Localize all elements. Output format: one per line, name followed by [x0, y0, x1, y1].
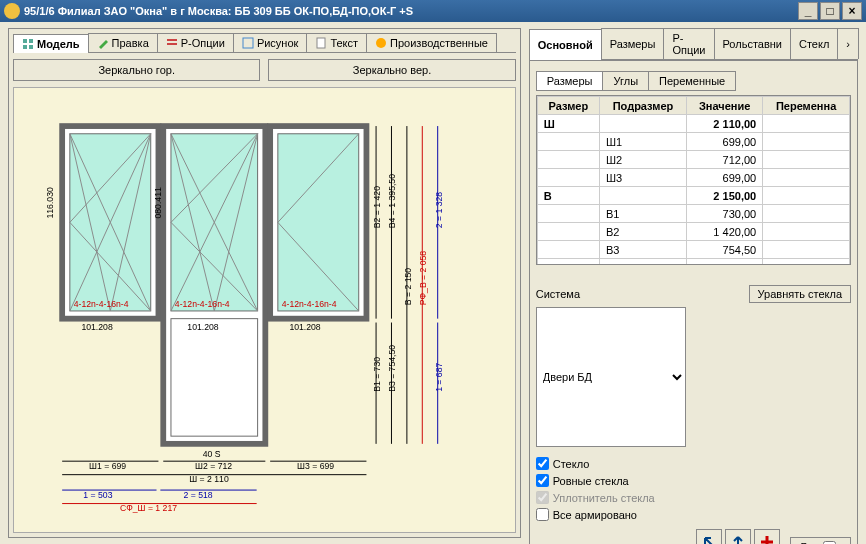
system-select[interactable]: Двери БД: [536, 307, 686, 447]
svg-text:1 = 503: 1 = 503: [83, 490, 112, 500]
drawing-canvas[interactable]: 4-12n-4-16n-4 101.208 116.030 4-12n-4-16…: [13, 87, 516, 533]
check-seal: Уплотнитель стекла: [536, 491, 851, 504]
titlebar: 95/1/6 Филиал ЗАО "Окна" в г Москва: ББ …: [0, 0, 866, 22]
right-tabbar: Основной Размеры Р-Опции Рольставни Стек…: [529, 28, 858, 60]
prod-icon: [375, 37, 387, 49]
bottom-toolbar: Все Отмена OK: [536, 521, 851, 544]
svg-text:В = 2 150: В = 2 150: [403, 268, 413, 305]
svg-text:В4 = 1 395,50: В4 = 1 395,50: [387, 174, 397, 228]
svg-text:080.411: 080.411: [153, 187, 163, 218]
tab-label: Модель: [37, 38, 80, 50]
minimize-button[interactable]: _: [798, 2, 818, 20]
table-row[interactable]: В41 395,50: [537, 259, 849, 266]
arrow-nw-icon[interactable]: [696, 529, 722, 544]
tab-label: Р-Опции: [181, 37, 225, 49]
tab-main[interactable]: Основной: [529, 29, 602, 60]
tab-r-options[interactable]: Р-Опции: [663, 28, 714, 59]
svg-text:2 = 518: 2 = 518: [183, 490, 212, 500]
level-glass-button[interactable]: Уравнять стекла: [749, 285, 851, 303]
profile-label: 101.208: [81, 322, 112, 332]
svg-rect-0: [23, 39, 27, 43]
system-label: Система: [536, 288, 580, 300]
options-group: Стекло Ровные стекла Уплотнитель стекла …: [536, 457, 851, 521]
svg-rect-6: [243, 38, 253, 48]
tab-glass[interactable]: Стекл: [790, 28, 838, 59]
tab-edit[interactable]: Правка: [88, 33, 158, 52]
svg-rect-5: [167, 43, 177, 45]
subtab-vars[interactable]: Переменные: [648, 71, 736, 91]
svg-text:1 = 687: 1 = 687: [434, 363, 444, 392]
svg-text:101.208: 101.208: [289, 322, 320, 332]
table-row[interactable]: В2 150,00: [537, 187, 849, 205]
tab-label: Рисунок: [257, 37, 299, 49]
svg-rect-4: [167, 39, 177, 41]
subtab-sizes[interactable]: Размеры: [536, 71, 604, 91]
subtab-angles[interactable]: Углы: [602, 71, 649, 91]
table-row[interactable]: В3754,50: [537, 241, 849, 259]
svg-text:Ш2 = 712: Ш2 = 712: [195, 461, 232, 471]
center-label: 40 S: [203, 449, 221, 459]
col-value[interactable]: Значение: [687, 97, 763, 115]
svg-text:4-12n-4-16n-4: 4-12n-4-16n-4: [175, 299, 230, 309]
svg-rect-3: [29, 45, 33, 49]
svg-text:В3 = 754,50: В3 = 754,50: [387, 345, 397, 392]
maximize-button[interactable]: □: [820, 2, 840, 20]
svg-rect-2: [23, 45, 27, 49]
window-title: 95/1/6 Филиал ЗАО "Окна" в г Москва: ББ …: [24, 5, 413, 17]
mirror-h-button[interactable]: Зеркально гор.: [13, 59, 260, 81]
left-pane: Модель Правка Р-Опции Рисунок Текст Прои…: [8, 28, 521, 538]
tab-production[interactable]: Производственные: [366, 33, 497, 52]
arrow-up-icon[interactable]: [725, 529, 751, 544]
text-icon: [315, 37, 327, 49]
tab-sizes[interactable]: Размеры: [601, 28, 665, 59]
svg-rect-7: [317, 38, 325, 48]
left-tabbar: Модель Правка Р-Опции Рисунок Текст Прои…: [13, 33, 516, 53]
close-button[interactable]: ×: [842, 2, 862, 20]
svg-point-8: [376, 38, 386, 48]
tab-model[interactable]: Модель: [13, 34, 89, 53]
svg-rect-31: [278, 134, 359, 311]
svg-text:Ш1 = 699: Ш1 = 699: [89, 461, 126, 471]
svg-text:101.208: 101.208: [187, 322, 218, 332]
svg-text:РФ_В = 2 058: РФ_В = 2 058: [418, 251, 428, 306]
svg-rect-27: [171, 319, 258, 436]
tab-shutters[interactable]: Рольставни: [714, 28, 791, 59]
table-row[interactable]: В21 420,00: [537, 223, 849, 241]
table-row[interactable]: Ш2712,00: [537, 151, 849, 169]
tab-options[interactable]: Р-Опции: [157, 33, 234, 52]
glass-label: 4-12n-4-16n-4: [74, 299, 129, 309]
table-row[interactable]: Ш1699,00: [537, 133, 849, 151]
table-row[interactable]: Ш3699,00: [537, 169, 849, 187]
svg-rect-1: [29, 39, 33, 43]
table-row[interactable]: В1730,00: [537, 205, 849, 223]
side-profile: 116.030: [45, 187, 55, 218]
table-row[interactable]: Ш2 110,00: [537, 115, 849, 133]
svg-text:4-12n-4-16n-4: 4-12n-4-16n-4: [282, 299, 337, 309]
svg-text:СФ_Ш = 1 217: СФ_Ш = 1 217: [120, 503, 177, 513]
image-icon: [242, 37, 254, 49]
col-subsize[interactable]: Подразмер: [599, 97, 686, 115]
svg-text:В1 = 730: В1 = 730: [372, 357, 382, 392]
tab-image[interactable]: Рисунок: [233, 33, 308, 52]
tab-label: Производственные: [390, 37, 488, 49]
add-icon[interactable]: [754, 529, 780, 544]
tab-label: Текст: [330, 37, 358, 49]
check-reinforced[interactable]: Все армировано: [536, 508, 851, 521]
check-glass[interactable]: Стекло: [536, 457, 851, 470]
edit-icon: [97, 37, 109, 49]
app-icon: [4, 3, 20, 19]
tab-scroll[interactable]: ›: [837, 28, 859, 59]
col-var[interactable]: Переменна: [763, 97, 850, 115]
dimensions-table[interactable]: Размер Подразмер Значение Переменна Ш2 1…: [536, 95, 851, 265]
check-even-glass[interactable]: Ровные стекла: [536, 474, 851, 487]
right-pane: Основной Размеры Р-Опции Рольставни Стек…: [529, 28, 858, 538]
sub-tabbar: Размеры Углы Переменные: [536, 71, 851, 91]
col-size[interactable]: Размер: [537, 97, 599, 115]
svg-text:Ш = 2 110: Ш = 2 110: [189, 474, 229, 484]
tab-text[interactable]: Текст: [306, 33, 367, 52]
svg-text:Ш3 = 699: Ш3 = 699: [297, 461, 334, 471]
grid-icon: [22, 38, 34, 50]
svg-text:2 = 1 328: 2 = 1 328: [434, 192, 444, 229]
mirror-v-button[interactable]: Зеркально вер.: [268, 59, 515, 81]
all-checkbox[interactable]: Все: [790, 537, 851, 545]
